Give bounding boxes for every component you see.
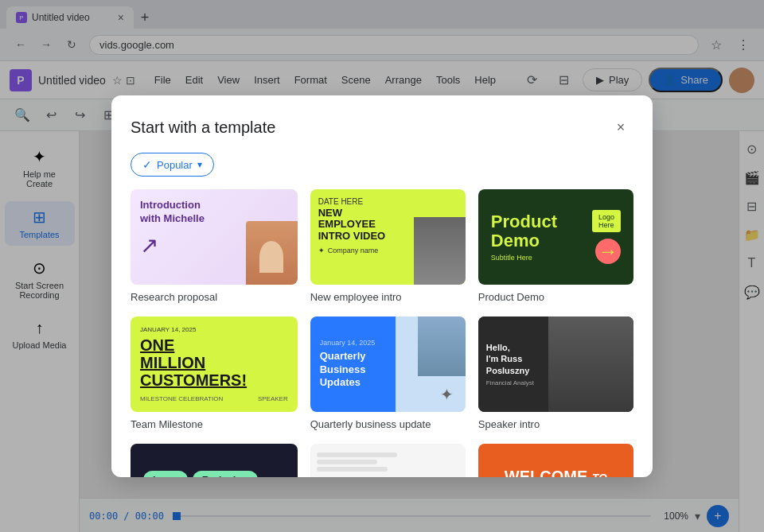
template-welcome-thumb: WELCOME ToCOMPANY NAME Subtitle or logo … — [478, 444, 633, 477]
template-research-thumb: Introductionwith Michelle ↗ — [131, 189, 298, 285]
speaker-role: Financial Analyst — [486, 379, 540, 386]
product-logo-box: LogoHere — [592, 210, 621, 232]
template-quarterly-thumb: January 14, 2025 QuarterlyBusinessUpdate… — [310, 316, 466, 412]
milestone-label: Team Milestone — [131, 418, 203, 430]
quarterly-star: ✦ — [440, 385, 454, 404]
product-title: ProductDemo — [491, 212, 557, 250]
template-grid: Introductionwith Michelle ↗ Research pro… — [131, 189, 633, 477]
quarterly-title: QuarterlyBusinessUpdates — [320, 350, 386, 390]
template-quarterly[interactable]: January 14, 2025 QuarterlyBusinessUpdate… — [310, 316, 466, 431]
template-product[interactable]: ProductDemo Subtitle Here LogoHere → Pro… — [478, 189, 633, 304]
template-research[interactable]: Introductionwith Michelle ↗ Research pro… — [131, 189, 298, 304]
welcome-title: WELCOME ToCOMPANY NAME — [490, 467, 622, 477]
template-speaker[interactable]: Hello,I'm RussPosluszny Financial Analys… — [478, 316, 633, 431]
qa-chat-preview — [317, 450, 418, 474]
template-logo[interactable]: Logo Redesign & Visual Identity Logo Red… — [131, 444, 298, 477]
filter-label: Popular — [157, 159, 193, 171]
speaker-label: Speaker intro — [478, 418, 540, 430]
research-person — [246, 221, 298, 285]
quarterly-date: January 14, 2025 — [320, 339, 386, 347]
quarterly-right: ✦ — [396, 316, 466, 412]
popular-filter-chip[interactable]: ✓ Popular ▾ — [131, 153, 214, 177]
template-modal: Start with a template × ✓ Popular ▾ Intr… — [111, 95, 653, 477]
speaker-name: Hello,I'm RussPosluszny — [486, 342, 540, 376]
speaker-right — [548, 316, 633, 412]
logo-tag1: Logo — [143, 471, 188, 477]
qa-text: Q&A — [357, 475, 418, 477]
modal-overlay: Start with a template × ✓ Popular ▾ Intr… — [0, 0, 764, 532]
logo-tag2: Redesign — [193, 471, 259, 477]
milestone-text: ONEMILLIONCUSTOMERS! — [140, 336, 288, 389]
template-speaker-thumb: Hello,I'm RussPosluszny Financial Analys… — [478, 316, 633, 412]
template-welcome[interactable]: WELCOME ToCOMPANY NAME Subtitle or logo … — [478, 444, 633, 477]
employee-person — [414, 217, 466, 285]
template-qa[interactable]: Q&A Q&A — [310, 444, 466, 477]
employee-date: DATE HERE — [318, 197, 458, 206]
template-milestone-thumb: JANUARY 14, 2025 ONEMILLIONCUSTOMERS! MI… — [131, 316, 298, 412]
logo-row1: Logo Redesign — [143, 471, 258, 477]
template-qa-thumb: Q&A — [310, 444, 466, 477]
milestone-sub2: SPEAKER — [258, 395, 288, 402]
template-product-thumb: ProductDemo Subtitle Here LogoHere → — [478, 189, 633, 285]
template-milestone[interactable]: JANUARY 14, 2025 ONEMILLIONCUSTOMERS! MI… — [131, 316, 298, 431]
quarterly-label: Quarterly business update — [310, 418, 431, 430]
milestone-sub1: MILESTONE CELEBRATION — [140, 395, 223, 402]
modal-title: Start with a template — [131, 118, 275, 137]
quarterly-person — [418, 316, 466, 376]
filter-row: ✓ Popular ▾ — [131, 153, 633, 177]
employee-label: New employee intro — [310, 291, 402, 303]
modal-header: Start with a template × — [131, 115, 633, 140]
template-logo-thumb: Logo Redesign & Visual Identity — [131, 444, 298, 477]
template-employee-thumb: DATE HERE NEWEMPLOYEEINTRO VIDEO ✦Compan… — [310, 189, 466, 285]
product-right: LogoHere → — [592, 210, 621, 264]
modal-close-button[interactable]: × — [608, 115, 633, 140]
product-label: Product Demo — [478, 291, 544, 303]
product-arrow-icon: → — [595, 239, 621, 264]
check-icon: ✓ — [142, 158, 152, 171]
research-label: Research proposal — [131, 291, 217, 303]
template-employee[interactable]: DATE HERE NEWEMPLOYEEINTRO VIDEO ✦Compan… — [310, 189, 466, 304]
milestone-date: JANUARY 14, 2025 — [140, 326, 288, 333]
speaker-left: Hello,I'm RussPosluszny Financial Analys… — [478, 316, 548, 412]
chevron-down-icon: ▾ — [197, 159, 202, 170]
quarterly-left: January 14, 2025 QuarterlyBusinessUpdate… — [310, 316, 396, 412]
product-subtitle: Subtitle Here — [491, 254, 557, 262]
